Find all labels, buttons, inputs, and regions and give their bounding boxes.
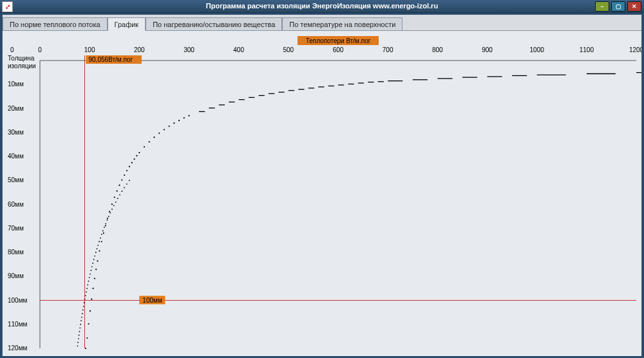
svg-text:Теплопотери Вт/м.пог: Теплопотери Вт/м.пог [306, 37, 371, 44]
svg-text:200: 200 [134, 46, 145, 53]
svg-point-122 [97, 245, 99, 246]
close-button[interactable]: ✕ [627, 1, 641, 12]
svg-point-51 [105, 225, 106, 226]
svg-point-66 [144, 146, 145, 147]
svg-text:100мм: 100мм [142, 297, 162, 304]
svg-point-53 [109, 211, 110, 212]
svg-point-40 [86, 337, 88, 339]
svg-point-68 [153, 137, 155, 138]
svg-point-140 [82, 310, 84, 311]
tab-график[interactable]: График [108, 17, 146, 31]
svg-point-64 [136, 155, 137, 156]
svg-point-117 [104, 227, 105, 228]
window-titlebar: ⤢ Программа расчета изоляции ЭнергоИзоля… [0, 0, 644, 13]
svg-point-50 [103, 232, 104, 234]
svg-point-144 [80, 324, 81, 325]
app-icon: ⤢ [2, 1, 13, 12]
svg-point-112 [111, 209, 113, 210]
svg-text:120мм: 120мм [8, 344, 28, 352]
svg-point-131 [89, 277, 90, 278]
svg-text:Толщина: Толщина [8, 55, 35, 62]
window-title: Программа расчета изоляции ЭнергоИзоляци… [206, 2, 438, 10]
tab-bar: По норме теплового потокаГрафикПо нагрев… [3, 15, 641, 31]
svg-text:0: 0 [10, 46, 14, 53]
svg-point-147 [79, 335, 80, 336]
svg-point-119 [101, 234, 102, 235]
svg-text:изоляции: изоляции [8, 62, 36, 70]
svg-point-43 [91, 299, 92, 300]
svg-point-70 [164, 129, 165, 130]
svg-point-135 [86, 292, 87, 293]
svg-point-132 [88, 281, 90, 282]
svg-point-56 [117, 191, 118, 192]
svg-point-141 [82, 313, 83, 314]
svg-point-126 [93, 259, 95, 260]
svg-point-125 [94, 256, 95, 257]
svg-point-44 [92, 288, 93, 289]
svg-text:300: 300 [184, 46, 194, 53]
maximize-button[interactable]: ▢ [611, 1, 625, 12]
svg-point-120 [100, 238, 101, 239]
svg-point-145 [79, 327, 80, 328]
svg-text:90мм: 90мм [8, 272, 24, 279]
svg-point-45 [94, 278, 95, 279]
svg-text:60мм: 60мм [8, 201, 24, 208]
svg-point-143 [80, 320, 82, 321]
svg-text:1000: 1000 [530, 46, 545, 53]
svg-point-47 [97, 260, 98, 261]
svg-text:110мм: 110мм [8, 321, 28, 328]
svg-point-104 [129, 180, 130, 181]
tab-по-температуре-на-поверхности[interactable]: По температуре на поверхности [282, 17, 402, 30]
minimize-button[interactable]: – [595, 1, 609, 12]
svg-point-67 [149, 141, 150, 142]
svg-point-39 [85, 348, 86, 349]
tab-по-нагреванию/остыванию-вещества[interactable]: По нагреванию/остыванию вещества [146, 17, 282, 30]
svg-point-52 [107, 218, 108, 219]
svg-point-54 [111, 203, 113, 205]
svg-point-136 [85, 295, 86, 296]
svg-point-55 [114, 196, 115, 198]
svg-point-105 [126, 184, 128, 185]
svg-point-41 [88, 323, 90, 325]
svg-text:80мм: 80мм [8, 249, 24, 256]
svg-rect-0 [3, 31, 641, 356]
svg-point-123 [97, 249, 98, 250]
svg-text:40мм: 40мм [8, 153, 24, 160]
tab-по-норме-теплового-потока[interactable]: По норме теплового потока [3, 17, 108, 30]
svg-point-59 [124, 174, 125, 176]
svg-text:70мм: 70мм [8, 225, 24, 232]
svg-point-72 [173, 122, 175, 124]
svg-point-148 [78, 338, 79, 339]
svg-point-60 [126, 170, 128, 171]
svg-point-150 [77, 345, 78, 346]
chart-svg: Теплопотери Вт/м.пог01002003004005006007… [3, 31, 641, 356]
svg-point-118 [102, 231, 104, 232]
svg-point-108 [119, 194, 120, 196]
svg-point-121 [99, 241, 100, 242]
svg-point-114 [108, 216, 109, 217]
svg-point-65 [138, 152, 140, 153]
svg-point-115 [107, 220, 108, 221]
svg-text:1200: 1200 [629, 46, 641, 53]
svg-point-146 [79, 331, 80, 332]
svg-point-107 [122, 191, 123, 192]
svg-point-73 [178, 120, 180, 121]
svg-point-133 [87, 284, 88, 285]
svg-point-111 [113, 205, 115, 206]
svg-point-139 [83, 306, 84, 307]
svg-point-74 [184, 117, 185, 118]
svg-text:400: 400 [233, 46, 244, 53]
svg-point-110 [115, 202, 117, 203]
svg-text:100мм: 100мм [8, 297, 28, 304]
svg-point-75 [188, 115, 189, 117]
svg-text:10мм: 10мм [8, 80, 24, 88]
svg-point-46 [95, 268, 97, 270]
svg-point-63 [134, 158, 135, 160]
svg-text:20мм: 20мм [8, 105, 24, 112]
svg-point-71 [169, 126, 170, 127]
svg-point-130 [90, 274, 91, 275]
svg-text:0: 0 [38, 46, 42, 53]
svg-point-62 [131, 162, 133, 164]
chart-area: Теплопотери Вт/м.пог01002003004005006007… [3, 31, 641, 355]
svg-text:600: 600 [333, 46, 344, 53]
